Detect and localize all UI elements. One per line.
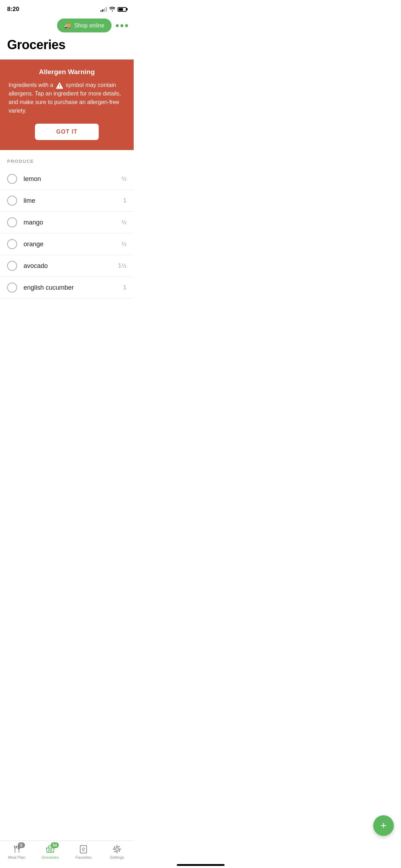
allergen-banner: Allergen Warning Ingredients with a ! sy… [0, 60, 134, 150]
status-bar: 8:20 [0, 0, 134, 16]
item-name-mango: mango [24, 219, 122, 226]
item-name-avocado: avocado [24, 262, 118, 270]
allergen-body: Ingredients with a ! symbol may contain … [9, 81, 125, 115]
item-qty-lime: 1 [123, 197, 127, 204]
signal-icon [101, 7, 107, 12]
wifi-icon [109, 6, 115, 12]
item-qty-mango: ½ [122, 219, 127, 226]
battery-icon [118, 7, 127, 12]
grocery-list: PRODUCE lemon ½ lime 1 mango ½ orange ½ … [0, 150, 134, 334]
list-item[interactable]: english cucumber 1 [0, 277, 134, 299]
item-name-lemon: lemon [24, 175, 122, 183]
list-item[interactable]: orange ½ [0, 233, 134, 255]
item-checkbox-cucumber[interactable] [7, 283, 17, 293]
item-qty-cucumber: 1 [123, 284, 127, 291]
list-item[interactable]: mango ½ [0, 212, 134, 233]
item-name-orange: orange [24, 241, 122, 248]
item-checkbox-avocado[interactable] [7, 261, 17, 271]
list-item[interactable]: lemon ½ [0, 168, 134, 190]
item-checkbox-mango[interactable] [7, 217, 17, 227]
more-button[interactable] [116, 24, 128, 27]
got-it-button[interactable]: GOT IT [35, 124, 99, 140]
section-header-produce: PRODUCE [0, 159, 134, 168]
item-name-lime: lime [24, 197, 123, 205]
item-name-cucumber: english cucumber [24, 284, 123, 291]
svg-text:!: ! [59, 84, 60, 89]
page-header: 🚚 Shop online [0, 16, 134, 36]
item-checkbox-lime[interactable] [7, 196, 17, 206]
allergen-title: Allergen Warning [9, 68, 125, 76]
status-icons [101, 6, 127, 12]
shop-online-button[interactable]: 🚚 Shop online [57, 19, 112, 32]
item-qty-avocado: 1½ [118, 262, 127, 269]
status-time: 8:20 [7, 6, 19, 13]
shop-online-label: Shop online [74, 22, 104, 29]
item-checkbox-orange[interactable] [7, 239, 17, 249]
item-qty-lemon: ½ [122, 175, 127, 182]
list-item[interactable]: avocado 1½ [0, 255, 134, 277]
warning-triangle-icon: ! [56, 82, 63, 89]
item-qty-orange: ½ [122, 241, 127, 248]
page-title: Groceries [0, 36, 134, 60]
list-item[interactable]: lime 1 [0, 190, 134, 212]
truck-icon: 🚚 [64, 22, 71, 29]
allergen-body-part1: Ingredients with a [9, 82, 53, 88]
item-checkbox-lemon[interactable] [7, 174, 17, 184]
